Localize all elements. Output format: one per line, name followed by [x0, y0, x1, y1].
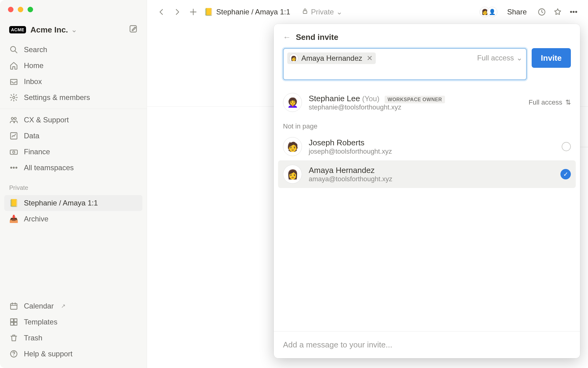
- nav-back-icon[interactable]: [156, 8, 167, 16]
- privacy-label: Private: [311, 8, 334, 16]
- favorite-icon[interactable]: [552, 8, 563, 16]
- select-radio[interactable]: [562, 142, 571, 151]
- svg-rect-10: [14, 319, 17, 322]
- zoom-window-dot[interactable]: [28, 7, 33, 12]
- inbox-icon: [9, 77, 18, 86]
- invite-people-input[interactable]: 👩 Amaya Hernandez ✕ Full access ⌄: [283, 48, 527, 80]
- avatar: 👩: [283, 165, 302, 184]
- svg-rect-14: [303, 11, 307, 13]
- owner-badge: WORKSPACE OWNER: [385, 96, 445, 103]
- svg-rect-8: [11, 304, 17, 309]
- member-row-owner: 👩‍🦱 Stephanie Lee (You) WORKSPACE OWNER …: [278, 89, 576, 116]
- sidebar-item-templates[interactable]: Templates: [4, 314, 142, 330]
- breadcrumb-emoji-icon: 📒: [204, 8, 213, 16]
- selected-check-icon: ✓: [560, 169, 571, 179]
- sidebar-label: Settings & members: [24, 93, 90, 102]
- sidebar-private-label: Private: [0, 177, 147, 194]
- more-icon[interactable]: •••: [568, 8, 579, 16]
- sidebar-item-data[interactable]: Data: [4, 128, 142, 144]
- new-tab-icon[interactable]: [188, 8, 198, 16]
- invite-message-input[interactable]: Add a message to your invite...: [274, 331, 580, 358]
- sidebar-label: Templates: [24, 318, 57, 326]
- member-row[interactable]: 🧑 Joseph Roberts joseph@toolsforthought.…: [278, 133, 576, 160]
- sidebar-bottom-nav: Calendar ↗ Templates Trash Help & suppor…: [0, 297, 147, 368]
- external-link-icon: ↗: [61, 303, 66, 309]
- breadcrumb[interactable]: 📒 Stephanie / Amaya 1:1: [204, 8, 290, 16]
- history-icon[interactable]: [537, 8, 547, 16]
- sidebar-label: Trash: [24, 334, 42, 342]
- chevron-down-icon: ⌄: [516, 54, 522, 62]
- sidebar-item-inbox[interactable]: Inbox: [4, 74, 142, 90]
- avatar: 👩‍🦱: [283, 93, 302, 112]
- window-traffic-lights: [8, 7, 33, 12]
- people-icon: [9, 116, 18, 124]
- close-window-dot[interactable]: [8, 7, 13, 12]
- gear-icon: [9, 93, 18, 102]
- sidebar-label: Inbox: [24, 77, 42, 86]
- more-icon: •••: [9, 163, 18, 172]
- sidebar-item-calendar[interactable]: Calendar ↗: [4, 298, 142, 314]
- member-row[interactable]: 👩 Amaya Hernandez amaya@toolsforthought.…: [278, 160, 576, 188]
- svg-point-2: [13, 97, 15, 99]
- back-icon[interactable]: ←: [283, 33, 291, 42]
- not-in-page-label: Not in page: [278, 116, 576, 133]
- sidebar-page-one-on-one[interactable]: 📒 Stephanie / Amaya 1:1: [4, 195, 142, 211]
- sidebar-label: All teamspaces: [24, 163, 74, 172]
- send-invite-panel: ← Send invite 👩 Amaya Hernandez ✕ Full a…: [274, 24, 580, 358]
- sidebar-label: Archive: [24, 215, 48, 223]
- updown-icon: ⇅: [565, 98, 571, 106]
- sidebar-page-archive[interactable]: 📥 Archive: [4, 211, 142, 227]
- avatar: 👩: [289, 54, 298, 63]
- panel-title: Send invite: [296, 33, 338, 42]
- sidebar-item-search[interactable]: Search: [4, 42, 142, 58]
- sidebar-item-trash[interactable]: Trash: [4, 330, 142, 346]
- page-emoji-icon: 📥: [9, 215, 18, 223]
- member-name: Stephanie Lee: [309, 94, 360, 103]
- topbar: 📒 Stephanie / Amaya 1:1 Private ⌄ 👩 👤 Sh…: [147, 0, 588, 24]
- sidebar-item-settings[interactable]: Settings & members: [4, 90, 142, 105]
- workspace-switcher[interactable]: ACME Acme Inc. ⌄: [0, 25, 147, 40]
- lock-icon: [301, 7, 309, 17]
- sidebar-item-help[interactable]: Help & support: [4, 346, 142, 362]
- sidebar-item-cx[interactable]: CX & Support: [4, 112, 142, 128]
- privacy-dropdown[interactable]: Private ⌄: [301, 7, 343, 17]
- sidebar-item-all-teamspaces[interactable]: ••• All teamspaces: [4, 160, 142, 176]
- chevron-down-icon: ⌄: [71, 25, 77, 34]
- remove-chip-icon[interactable]: ✕: [367, 54, 373, 63]
- svg-rect-9: [11, 319, 13, 322]
- member-email: joseph@toolsforthought.xyz: [309, 148, 392, 155]
- avatar: 🧑: [283, 137, 302, 156]
- home-icon: [9, 61, 18, 70]
- member-email: amaya@toolsforthought.xyz: [309, 175, 392, 183]
- breadcrumb-title: Stephanie / Amaya 1:1: [216, 8, 290, 16]
- presence-avatars[interactable]: 👩 👤: [480, 7, 497, 17]
- sidebar-private-pages: 📒 Stephanie / Amaya 1:1 📥 Archive: [0, 194, 147, 228]
- sidebar-label: Search: [24, 45, 47, 54]
- member-name: Amaya Hernandez: [309, 166, 392, 175]
- sidebar-label: CX & Support: [24, 116, 69, 124]
- invite-button[interactable]: Invite: [532, 48, 571, 68]
- sidebar-item-finance[interactable]: Finance: [4, 144, 142, 160]
- svg-rect-6: [10, 150, 17, 154]
- sidebar-top-nav: Search Home Inbox Settings & members: [0, 40, 147, 107]
- sidebar-label: Finance: [24, 148, 50, 156]
- sidebar-label: Help & support: [24, 350, 73, 358]
- sidebar-item-home[interactable]: Home: [4, 58, 142, 74]
- share-button[interactable]: Share: [507, 8, 527, 16]
- sidebar-label: Stephanie / Amaya 1:1: [24, 199, 98, 207]
- access-level-dropdown[interactable]: Full access ⌄: [477, 52, 522, 62]
- invitee-chip[interactable]: 👩 Amaya Hernandez ✕: [287, 52, 376, 64]
- access-label: Full access: [477, 54, 514, 62]
- nav-forward-icon[interactable]: [172, 8, 183, 16]
- owner-access-dropdown[interactable]: Full access ⇅: [529, 98, 571, 106]
- svg-rect-12: [14, 322, 17, 325]
- avatar: 👤: [487, 7, 497, 17]
- you-label: (You): [362, 94, 379, 103]
- member-name: Joseph Roberts: [309, 138, 392, 148]
- sidebar-label: Home: [24, 61, 43, 70]
- templates-icon: [9, 318, 18, 326]
- chart-icon: [9, 132, 18, 140]
- new-page-icon[interactable]: [129, 25, 138, 35]
- minimize-window-dot[interactable]: [18, 7, 23, 12]
- workspace-badge: ACME: [9, 26, 26, 33]
